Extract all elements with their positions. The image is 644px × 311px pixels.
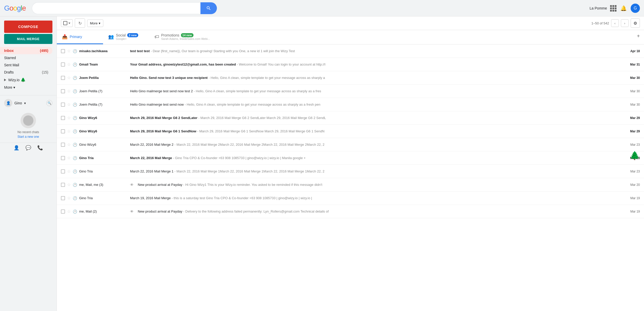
clock-icon: 🕐	[73, 196, 77, 200]
star-icon[interactable]: ☆	[67, 75, 71, 80]
google-logo: Google	[4, 4, 26, 12]
star-icon[interactable]: ☆	[67, 62, 71, 67]
star-icon[interactable]: ☆	[67, 129, 71, 134]
primary-tab-icon: 📥	[62, 34, 68, 40]
email-checkbox[interactable]	[61, 49, 65, 53]
email-row[interactable]: ☆ 🕐 Gino Tria March 19, 2016 Mail Merge …	[57, 191, 644, 205]
email-checkbox[interactable]	[61, 143, 65, 147]
sidebar-item-drafts[interactable]: Drafts (15)	[0, 69, 52, 76]
email-preview: - Hi Gino Wizy1 This is your Wizy.io rem…	[183, 183, 322, 187]
clock-icon: 🕐	[73, 62, 77, 67]
star-icon[interactable]: ☆	[67, 169, 71, 174]
email-subject: New product arrival at Payday	[138, 183, 182, 187]
top-right: La Pomme 🔔 G	[590, 4, 640, 13]
promotions-tab-label: Promotions	[161, 33, 179, 37]
email-row[interactable]: ☆ 🕐 Joem Petilla Hello Gino. Send now te…	[57, 71, 644, 85]
email-date: Mar 23	[624, 170, 640, 173]
chat-bubble-icon[interactable]: 💬	[25, 145, 31, 151]
sidebar-item-inbox[interactable]: Inbox (495)	[0, 47, 52, 54]
clock-icon: 🕐	[73, 49, 77, 53]
no-recent-chats: No recent chats	[0, 130, 57, 134]
email-row[interactable]: ☆ 🕐 Gino Wizy6 March 29, 2016 Mail Merge…	[57, 125, 644, 138]
star-icon[interactable]: ☆	[67, 196, 71, 200]
email-row[interactable]: ☆ 🕐 misako.tachikawa test test test - De…	[57, 44, 644, 58]
wizy-label: Wizy.io	[8, 78, 20, 82]
compose-button[interactable]: COMPOSE	[4, 21, 52, 33]
email-row[interactable]: ☆ 🕐 Joem Petilla (7) Hello Gino mailmerg…	[57, 98, 644, 111]
search-input[interactable]	[32, 2, 200, 14]
email-checkbox[interactable]	[61, 76, 65, 80]
email-checkbox[interactable]	[61, 156, 65, 160]
email-checkbox[interactable]	[61, 103, 65, 107]
star-icon[interactable]: ☆	[67, 156, 71, 160]
star-icon[interactable]: ☆	[67, 142, 71, 147]
email-checkbox[interactable]	[61, 183, 65, 187]
email-date: Mar 29	[624, 130, 640, 133]
select-all-checkbox[interactable]	[61, 19, 73, 27]
email-row[interactable]: ☆ 🕐 Gino Wizy6 March 22, 2016 Mail Merge…	[57, 138, 644, 151]
clock-icon: 🕐	[73, 183, 77, 187]
sidebar-item-more[interactable]: More ▾	[0, 84, 57, 91]
email-subject: March 22, 2016 Mail Merge 1	[130, 169, 173, 173]
main-layout: COMPOSE MAIL MERGE Inbox (495) Starred S…	[0, 16, 644, 311]
sidebar-item-starred[interactable]: Starred	[0, 54, 52, 61]
email-row[interactable]: ☆ 🕐 me, Mail, me (3) 👁 New product arriv…	[57, 178, 644, 191]
star-icon[interactable]: ☆	[67, 115, 71, 120]
email-checkbox[interactable]	[61, 62, 65, 67]
email-checkbox[interactable]	[61, 129, 65, 133]
star-icon[interactable]: ☆	[67, 49, 71, 53]
email-checkbox[interactable]	[61, 196, 65, 200]
star-icon[interactable]: ☆	[67, 209, 71, 214]
email-checkbox[interactable]	[61, 89, 65, 93]
email-preview: - Hello, Gino A clean, simple template t…	[194, 89, 321, 93]
email-body: March 22, 2016 Mail Merge 1 - March 22, …	[130, 169, 622, 173]
email-date: Mar 19	[624, 210, 640, 213]
refresh-button[interactable]: ↻	[75, 19, 85, 28]
chat-search-button[interactable]: 🔍	[46, 100, 52, 106]
social-sublabel: Google+	[116, 37, 138, 40]
email-body: March 19, 2016 Mail Merge - this is a sa…	[130, 196, 622, 200]
mail-merge-button[interactable]: MAIL MERGE	[4, 34, 52, 44]
email-checkbox[interactable]	[61, 169, 65, 173]
phone-icon[interactable]: 📞	[37, 145, 43, 151]
tab-social[interactable]: 👥 Social 2 new Google+	[103, 30, 149, 44]
email-row[interactable]: ☆ 🕐 Gino Tria March 22, 2016 Mail Merge …	[57, 151, 644, 165]
chat-bottom-icons: 👤 💬 📞	[0, 143, 57, 153]
tab-promotions[interactable]: 🏷 Promotions 14 new Sarah Adams, InsideS…	[149, 30, 215, 44]
next-page-button[interactable]: ›	[621, 19, 629, 27]
wizy-bell-icon: 🌲	[630, 151, 640, 160]
email-row[interactable]: ☆ 🕐 Gino Wizy6 March 29, 2016 Mail Merge…	[57, 111, 644, 125]
star-icon[interactable]: ☆	[67, 102, 71, 107]
promotions-badge: 14 new	[181, 33, 194, 37]
star-icon[interactable]: ☆	[67, 89, 71, 94]
notifications-icon[interactable]: 🔔	[619, 4, 628, 12]
settings-button[interactable]: ⚙	[631, 19, 640, 28]
more-chevron-icon: ▾	[13, 85, 15, 89]
promotions-tab-info: Promotions 14 new Sarah Adams, InsideSal…	[161, 33, 210, 40]
email-subject: March 29, 2016 Mail Merge G6 1 SendNow	[130, 129, 196, 133]
email-row[interactable]: ☆ 🕐 Joem Petilla (7) Hello Gino mailmerg…	[57, 85, 644, 98]
email-row[interactable]: ☆ 🕐 me, Mail (2) 👁 New product arrival a…	[57, 205, 644, 218]
add-tab-button[interactable]: +	[633, 30, 644, 44]
search-button[interactable]	[200, 2, 217, 14]
star-icon[interactable]: ☆	[67, 182, 71, 187]
email-checkbox[interactable]	[61, 116, 65, 120]
chat-user-row[interactable]: 👤 Gino ▾ 🔍	[0, 97, 57, 109]
email-subject: March 29, 2016 Mail Merge G6 2 SendLater	[130, 116, 197, 120]
sidebar-item-wizy[interactable]: Wizy.io 🌲	[0, 76, 52, 84]
start-new-chat-link[interactable]: Start a new one	[0, 135, 57, 139]
sidebar-item-sent[interactable]: Sent Mail	[0, 61, 52, 69]
email-body: Hello Gino mailmerge test send now test …	[130, 89, 622, 93]
prev-page-button[interactable]: ‹	[611, 19, 619, 27]
person-icon[interactable]: 👤	[14, 145, 19, 151]
email-row[interactable]: ☆ 🕐 Gino Tria March 22, 2016 Mail Merge …	[57, 165, 644, 178]
email-body: March 22, 2016 Mail Merge - Gino Tria CP…	[130, 156, 622, 160]
tab-primary[interactable]: 📥 Primary	[57, 30, 103, 44]
email-subject: Hello Gino mailmerge test send now test …	[130, 89, 193, 93]
email-row[interactable]: ☆ 🕐 Gmail Team Your Gmail address, ginow…	[57, 58, 644, 71]
apps-icon[interactable]	[610, 5, 616, 11]
email-checkbox[interactable]	[61, 209, 65, 214]
more-button[interactable]: More ▾	[87, 20, 103, 27]
avatar[interactable]: G	[631, 4, 640, 13]
email-body: Hello Gino mailmerge test send now - Hel…	[130, 103, 622, 106]
